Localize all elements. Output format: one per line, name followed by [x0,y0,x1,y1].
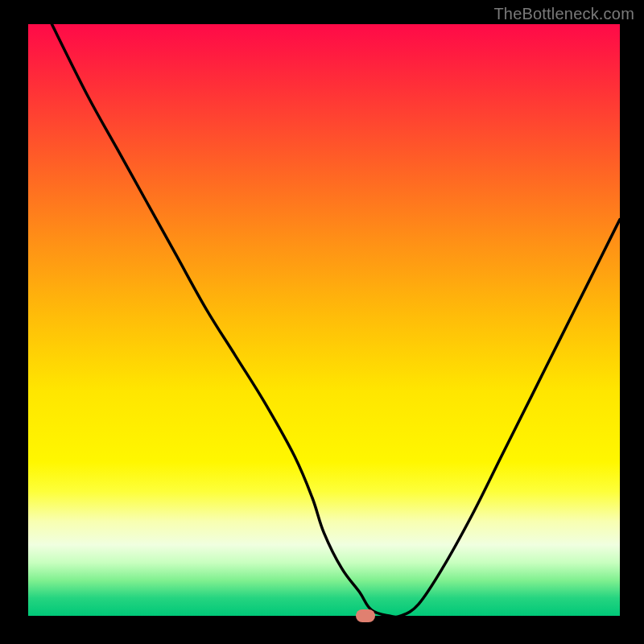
chart-frame: TheBottleneck.com [0,0,644,644]
watermark-text: TheBottleneck.com [493,5,634,23]
plot-background [28,24,620,616]
optimal-point-marker [356,609,375,622]
